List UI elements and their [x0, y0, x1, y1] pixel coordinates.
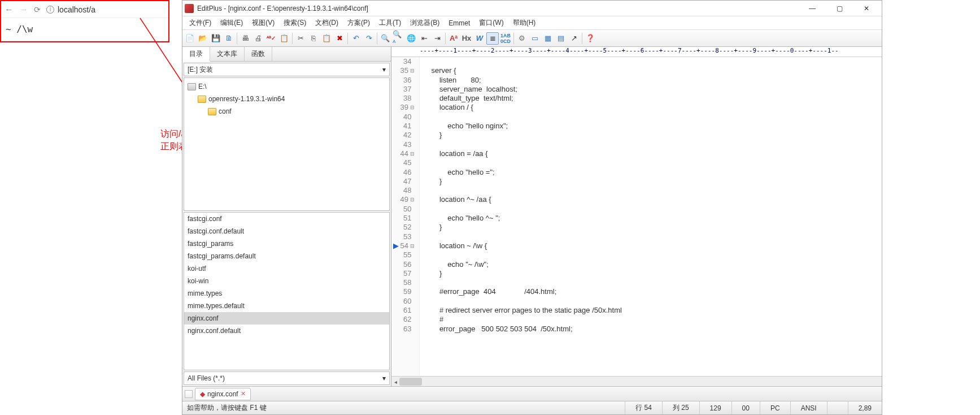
close-tab-icon[interactable]: ✕: [241, 390, 246, 397]
code-line[interactable]: server {: [423, 66, 882, 75]
code-line[interactable]: #error_page 404 /404.html;: [423, 287, 882, 296]
scroll-left-icon[interactable]: ◂: [391, 378, 399, 386]
find-icon[interactable]: 🔍: [379, 32, 391, 45]
menu-item[interactable]: 文档(D): [311, 17, 343, 29]
code-area[interactable]: 34 35 ⊟36 37 38 39 ⊟40 41 42 43 44 ⊟45 4…: [391, 57, 882, 376]
horizontal-scrollbar[interactable]: ◂: [391, 376, 882, 386]
close-button[interactable]: ✕: [853, 2, 879, 15]
refresh-icon[interactable]: ⟳: [34, 5, 41, 14]
menu-item[interactable]: 窗口(W): [474, 17, 508, 29]
code-line[interactable]: }: [423, 269, 882, 278]
save-icon[interactable]: 💾: [210, 32, 222, 45]
panel-tab[interactable]: 目录: [182, 47, 210, 62]
file-row[interactable]: fastcgi_params.default: [184, 250, 389, 262]
new-file-icon[interactable]: 📄: [184, 32, 196, 45]
code-line[interactable]: error_page 500 502 503 504 /50x.html;: [423, 325, 882, 334]
code-line[interactable]: echo "hello nginx";: [423, 122, 882, 131]
menu-item[interactable]: 视图(V): [247, 17, 279, 29]
window3-icon[interactable]: ▤: [555, 32, 567, 45]
minimize-button[interactable]: —: [799, 2, 825, 15]
code-line[interactable]: [423, 113, 882, 122]
undo-icon[interactable]: ↶: [350, 32, 362, 45]
tree-item[interactable]: openresty-1.19.3.1-win64: [185, 93, 388, 105]
menu-item[interactable]: 方案(P): [343, 17, 374, 29]
external-icon[interactable]: ↗: [568, 32, 580, 45]
indent-right-icon[interactable]: ⇥: [431, 32, 443, 45]
window2-icon[interactable]: ▦: [542, 32, 554, 45]
help-icon[interactable]: ❓: [584, 32, 596, 45]
window1-icon[interactable]: ▭: [529, 32, 541, 45]
open-file-icon[interactable]: 📂: [197, 32, 209, 45]
code-lines[interactable]: server { listen 80; server_name localhos…: [420, 57, 882, 376]
menu-item[interactable]: 浏览器(B): [406, 17, 444, 29]
code-line[interactable]: listen 80;: [423, 76, 882, 85]
delete-icon[interactable]: ✖: [333, 32, 346, 45]
print-preview-icon[interactable]: 🖨: [252, 32, 264, 45]
code-line[interactable]: [423, 278, 882, 287]
code-line[interactable]: [423, 232, 882, 241]
code-line[interactable]: echo "~ /\w";: [423, 260, 882, 269]
code-line[interactable]: #: [423, 315, 882, 324]
panel-tab[interactable]: 文本库: [210, 47, 245, 61]
file-row[interactable]: mime.types: [184, 287, 389, 300]
drive-select[interactable]: [E:] 安装 ▾: [184, 63, 390, 76]
url-bar[interactable]: i localhost/a: [46, 5, 165, 14]
hex-icon[interactable]: Hx: [460, 32, 473, 45]
document-tab[interactable]: ◆ nginx.conf ✕: [195, 388, 251, 400]
file-row[interactable]: koi-win: [184, 275, 389, 287]
redo-icon[interactable]: ↷: [363, 32, 375, 45]
code-line[interactable]: location ^~ /aa {: [423, 195, 882, 204]
code-line[interactable]: location ~ /\w {: [423, 241, 882, 250]
file-row[interactable]: mime.types.default: [184, 300, 389, 312]
save-all-icon[interactable]: 🗎: [223, 32, 235, 45]
code-line[interactable]: [423, 158, 882, 167]
menu-item[interactable]: Emmet: [444, 18, 474, 28]
menu-item[interactable]: 编辑(E): [216, 17, 247, 29]
code-line[interactable]: [423, 57, 882, 66]
code-line[interactable]: [423, 297, 882, 306]
code-line[interactable]: echo "hello =";: [423, 168, 882, 177]
code-line[interactable]: [423, 186, 882, 195]
maximize-button[interactable]: ▢: [826, 2, 852, 15]
file-filter[interactable]: All Files (*.*) ▾: [184, 371, 390, 385]
code-line[interactable]: location = /aa {: [423, 149, 882, 158]
column-icon[interactable]: 1AB0CD: [499, 32, 512, 45]
file-row[interactable]: nginx.conf: [184, 312, 389, 325]
line-number-icon[interactable]: ≣: [486, 32, 499, 45]
code-line[interactable]: # redirect server error pages to the sta…: [423, 306, 882, 315]
code-line[interactable]: [423, 250, 882, 260]
menu-item[interactable]: 帮助(H): [508, 17, 541, 29]
menu-item[interactable]: 文件(F): [185, 17, 216, 29]
spellcheck-icon[interactable]: ᴬᴮ✓: [265, 32, 277, 45]
tree-item[interactable]: E:\: [185, 80, 388, 93]
file-row[interactable]: fastcgi.conf: [184, 213, 389, 225]
code-line[interactable]: }: [423, 223, 882, 232]
browser-icon[interactable]: 🌐: [405, 32, 417, 45]
menu-item[interactable]: 工具(T): [374, 17, 406, 29]
code-line[interactable]: }: [423, 131, 882, 140]
copy-icon[interactable]: ⎘: [307, 32, 320, 45]
panel-tab[interactable]: 函数: [245, 47, 272, 61]
code-line[interactable]: server_name localhost;: [423, 85, 882, 94]
code-line[interactable]: [423, 205, 882, 214]
file-row[interactable]: fastcgi.conf.default: [184, 225, 389, 237]
file-row[interactable]: nginx.conf.default: [184, 325, 389, 337]
file-row[interactable]: fastcgi_params: [184, 237, 389, 250]
back-icon[interactable]: ←: [5, 5, 14, 15]
code-line[interactable]: echo "hello ^~ ";: [423, 214, 882, 223]
menu-item[interactable]: 搜索(S): [279, 17, 311, 29]
code-line[interactable]: }: [423, 177, 882, 186]
print-icon[interactable]: 🖶: [239, 32, 251, 45]
forward-icon[interactable]: →: [19, 5, 28, 15]
file-row[interactable]: koi-utf: [184, 262, 389, 275]
file-list[interactable]: fastcgi.conffastcgi.conf.defaultfastcgi_…: [184, 212, 390, 370]
code-line[interactable]: location / {: [423, 103, 882, 112]
paste-icon[interactable]: 📋: [320, 32, 333, 45]
replace-icon[interactable]: 🔍ᴬ: [392, 32, 404, 45]
document-icon[interactable]: 📋: [278, 32, 290, 45]
scroll-thumb[interactable]: [399, 378, 422, 386]
font-icon[interactable]: Aª: [447, 32, 460, 45]
cut-icon[interactable]: ✂: [294, 32, 307, 45]
code-line[interactable]: default_type text/html;: [423, 94, 882, 103]
code-line[interactable]: [423, 140, 882, 149]
